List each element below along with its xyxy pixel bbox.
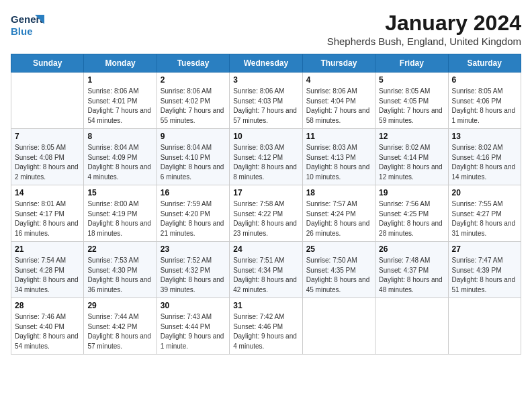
table-row: 25 Sunrise: 7:50 AMSunset: 4:35 PMDaylig… bbox=[302, 242, 375, 298]
day-detail: Sunrise: 7:59 AMSunset: 4:20 PMDaylight:… bbox=[161, 199, 226, 238]
day-detail: Sunrise: 8:06 AMSunset: 4:01 PMDaylight:… bbox=[87, 87, 152, 126]
table-row: 12 Sunrise: 8:02 AMSunset: 4:14 PMDaylig… bbox=[375, 129, 448, 185]
table-row: 28 Sunrise: 7:46 AMSunset: 4:40 PMDaylig… bbox=[11, 298, 84, 355]
table-row: 14 Sunrise: 8:01 AMSunset: 4:17 PMDaylig… bbox=[11, 185, 84, 242]
day-number: 5 bbox=[379, 75, 444, 85]
table-row: 30 Sunrise: 7:43 AMSunset: 4:44 PMDaylig… bbox=[157, 298, 229, 355]
day-detail: Sunrise: 7:57 AMSunset: 4:24 PMDaylight:… bbox=[306, 199, 371, 238]
table-row: 13 Sunrise: 8:02 AMSunset: 4:16 PMDaylig… bbox=[448, 129, 521, 185]
day-detail: Sunrise: 7:48 AMSunset: 4:37 PMDaylight:… bbox=[379, 256, 444, 295]
day-detail: Sunrise: 7:55 AMSunset: 4:27 PMDaylight:… bbox=[452, 199, 517, 238]
day-detail: Sunrise: 7:43 AMSunset: 4:44 PMDaylight:… bbox=[161, 312, 226, 351]
day-number: 10 bbox=[233, 132, 298, 141]
col-wednesday: Wednesday bbox=[230, 54, 302, 73]
table-row: 18 Sunrise: 7:57 AMSunset: 4:24 PMDaylig… bbox=[302, 185, 375, 242]
table-row: 7 Sunrise: 8:05 AMSunset: 4:08 PMDayligh… bbox=[11, 129, 84, 185]
table-row bbox=[11, 73, 84, 129]
day-detail: Sunrise: 7:52 AMSunset: 4:32 PMDaylight:… bbox=[161, 256, 226, 295]
day-detail: Sunrise: 7:50 AMSunset: 4:35 PMDaylight:… bbox=[306, 256, 371, 295]
table-row: 10 Sunrise: 8:03 AMSunset: 4:12 PMDaylig… bbox=[230, 129, 302, 185]
table-row: 24 Sunrise: 7:51 AMSunset: 4:34 PMDaylig… bbox=[230, 242, 302, 298]
day-number: 17 bbox=[233, 188, 298, 197]
table-row bbox=[302, 298, 375, 355]
logo: General Blue bbox=[11, 11, 35, 35]
table-row: 26 Sunrise: 7:48 AMSunset: 4:37 PMDaylig… bbox=[375, 242, 448, 298]
day-number: 20 bbox=[452, 188, 517, 197]
day-detail: Sunrise: 7:44 AMSunset: 4:42 PMDaylight:… bbox=[87, 312, 152, 351]
table-row: 11 Sunrise: 8:03 AMSunset: 4:13 PMDaylig… bbox=[302, 129, 375, 185]
col-saturday: Saturday bbox=[448, 54, 521, 73]
calendar-week-row: 21 Sunrise: 7:54 AMSunset: 4:28 PMDaylig… bbox=[11, 242, 521, 298]
day-detail: Sunrise: 8:04 AMSunset: 4:09 PMDaylight:… bbox=[87, 143, 152, 182]
page-title: January 2024 bbox=[327, 11, 521, 36]
day-detail: Sunrise: 8:04 AMSunset: 4:10 PMDaylight:… bbox=[161, 143, 226, 182]
table-row: 1 Sunrise: 8:06 AMSunset: 4:01 PMDayligh… bbox=[84, 73, 157, 129]
col-thursday: Thursday bbox=[302, 54, 375, 73]
calendar-header-row: Sunday Monday Tuesday Wednesday Thursday… bbox=[11, 54, 521, 73]
table-row bbox=[375, 298, 448, 355]
day-number: 3 bbox=[233, 75, 298, 85]
table-row: 4 Sunrise: 8:06 AMSunset: 4:04 PMDayligh… bbox=[302, 73, 375, 129]
day-detail: Sunrise: 7:58 AMSunset: 4:22 PMDaylight:… bbox=[233, 199, 298, 238]
day-detail: Sunrise: 8:00 AMSunset: 4:19 PMDaylight:… bbox=[87, 199, 152, 238]
day-number: 7 bbox=[15, 132, 80, 141]
table-row: 5 Sunrise: 8:05 AMSunset: 4:05 PMDayligh… bbox=[375, 73, 448, 129]
table-row: 8 Sunrise: 8:04 AMSunset: 4:09 PMDayligh… bbox=[84, 129, 157, 185]
day-number: 30 bbox=[161, 301, 226, 310]
table-row: 27 Sunrise: 7:47 AMSunset: 4:39 PMDaylig… bbox=[448, 242, 521, 298]
day-number: 27 bbox=[452, 244, 517, 254]
day-number: 26 bbox=[379, 244, 444, 254]
day-number: 4 bbox=[306, 75, 371, 85]
day-detail: Sunrise: 7:53 AMSunset: 4:30 PMDaylight:… bbox=[87, 256, 152, 295]
table-row: 9 Sunrise: 8:04 AMSunset: 4:10 PMDayligh… bbox=[157, 129, 229, 185]
table-row: 6 Sunrise: 8:05 AMSunset: 4:06 PMDayligh… bbox=[448, 73, 521, 129]
day-number: 25 bbox=[306, 244, 371, 254]
page-header: General Blue January 2024 Shepherds Bush… bbox=[11, 11, 521, 47]
table-row: 29 Sunrise: 7:44 AMSunset: 4:42 PMDaylig… bbox=[84, 298, 157, 355]
day-detail: Sunrise: 7:47 AMSunset: 4:39 PMDaylight:… bbox=[452, 256, 517, 295]
day-number: 29 bbox=[87, 301, 152, 310]
day-number: 31 bbox=[233, 301, 298, 310]
day-detail: Sunrise: 8:06 AMSunset: 4:02 PMDaylight:… bbox=[161, 87, 226, 126]
calendar-week-row: 28 Sunrise: 7:46 AMSunset: 4:40 PMDaylig… bbox=[11, 298, 521, 355]
day-number: 2 bbox=[161, 75, 226, 85]
table-row: 21 Sunrise: 7:54 AMSunset: 4:28 PMDaylig… bbox=[11, 242, 84, 298]
table-row: 31 Sunrise: 7:42 AMSunset: 4:46 PMDaylig… bbox=[230, 298, 302, 355]
table-row: 2 Sunrise: 8:06 AMSunset: 4:02 PMDayligh… bbox=[157, 73, 229, 129]
table-row: 16 Sunrise: 7:59 AMSunset: 4:20 PMDaylig… bbox=[157, 185, 229, 242]
day-detail: Sunrise: 8:02 AMSunset: 4:14 PMDaylight:… bbox=[379, 143, 444, 182]
day-detail: Sunrise: 7:42 AMSunset: 4:46 PMDaylight:… bbox=[233, 312, 298, 351]
logo-icon: General Blue bbox=[11, 11, 35, 35]
calendar-week-row: 7 Sunrise: 8:05 AMSunset: 4:08 PMDayligh… bbox=[11, 129, 521, 185]
col-sunday: Sunday bbox=[11, 54, 84, 73]
table-row: 19 Sunrise: 7:56 AMSunset: 4:25 PMDaylig… bbox=[375, 185, 448, 242]
day-number: 28 bbox=[15, 301, 80, 310]
col-friday: Friday bbox=[375, 54, 448, 73]
calendar-table: Sunday Monday Tuesday Wednesday Thursday… bbox=[11, 54, 521, 355]
day-detail: Sunrise: 8:05 AMSunset: 4:05 PMDaylight:… bbox=[379, 87, 444, 126]
day-number: 15 bbox=[87, 188, 152, 197]
day-detail: Sunrise: 7:51 AMSunset: 4:34 PMDaylight:… bbox=[233, 256, 298, 295]
table-row: 22 Sunrise: 7:53 AMSunset: 4:30 PMDaylig… bbox=[84, 242, 157, 298]
day-number: 13 bbox=[452, 132, 517, 141]
table-row: 3 Sunrise: 8:06 AMSunset: 4:03 PMDayligh… bbox=[230, 73, 302, 129]
day-number: 11 bbox=[306, 132, 371, 141]
day-number: 8 bbox=[87, 132, 152, 141]
day-number: 16 bbox=[161, 188, 226, 197]
table-row: 20 Sunrise: 7:55 AMSunset: 4:27 PMDaylig… bbox=[448, 185, 521, 242]
col-monday: Monday bbox=[84, 54, 157, 73]
day-number: 14 bbox=[15, 188, 80, 197]
table-row: 17 Sunrise: 7:58 AMSunset: 4:22 PMDaylig… bbox=[230, 185, 302, 242]
day-detail: Sunrise: 8:05 AMSunset: 4:08 PMDaylight:… bbox=[15, 143, 80, 182]
page-subtitle: Shepherds Bush, England, United Kingdom bbox=[327, 36, 521, 47]
day-number: 21 bbox=[15, 244, 80, 254]
svg-text:Blue: Blue bbox=[11, 26, 33, 37]
day-detail: Sunrise: 8:06 AMSunset: 4:04 PMDaylight:… bbox=[306, 87, 371, 126]
day-detail: Sunrise: 8:05 AMSunset: 4:06 PMDaylight:… bbox=[452, 87, 517, 126]
day-detail: Sunrise: 8:01 AMSunset: 4:17 PMDaylight:… bbox=[15, 199, 80, 238]
day-detail: Sunrise: 8:03 AMSunset: 4:13 PMDaylight:… bbox=[306, 143, 371, 182]
day-detail: Sunrise: 7:46 AMSunset: 4:40 PMDaylight:… bbox=[15, 312, 80, 351]
day-number: 1 bbox=[87, 75, 152, 85]
col-tuesday: Tuesday bbox=[157, 54, 229, 73]
day-detail: Sunrise: 8:03 AMSunset: 4:12 PMDaylight:… bbox=[233, 143, 298, 182]
